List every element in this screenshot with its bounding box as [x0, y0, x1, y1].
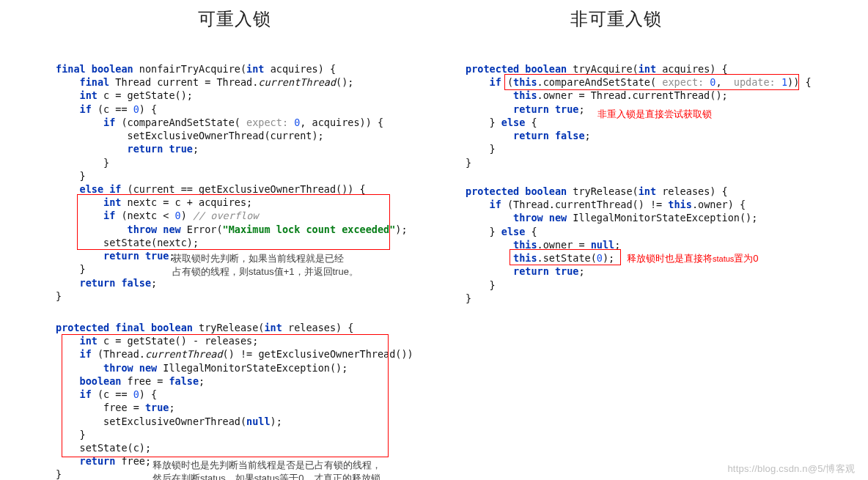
annot-left-release-l2: 然后在判断status。如果status等于0，才真正的释放锁 [152, 473, 380, 480]
code-right-release: protected boolean tryRelease(int release… [466, 185, 757, 305]
annot-left-release: 释放锁时也是先判断当前线程是否是已占有锁的线程， 然后在判断status。如果s… [152, 459, 381, 480]
annot-right-release-suffix: 置为0 [734, 253, 758, 264]
annot-left-acquire: 获取锁时先判断，如果当前线程就是已经 占有锁的线程，则status值+1，并返回… [172, 252, 358, 278]
annot-right-release: 释放锁时也是直接将status置为0 [627, 252, 759, 265]
watermark: https://blog.csdn.n@5/博客观 [727, 462, 855, 476]
heading-reentrant: 可重入锁 [147, 7, 323, 31]
heading-nonreentrant: 非可重入锁 [528, 7, 704, 31]
annot-left-acquire-l2: 占有锁的线程，则status值+1，并返回true。 [172, 266, 358, 277]
annot-left-acquire-l1: 获取锁时先判断，如果当前线程就是已经 [172, 253, 344, 264]
annot-right-acquire: 非重入锁是直接尝试获取锁 [597, 108, 712, 121]
annot-right-release-prefix: 释放锁时也是直接将 [627, 253, 713, 264]
code-left-release: protected final boolean tryRelease(int r… [56, 321, 413, 480]
annot-left-release-l1: 释放锁时也是先判断当前线程是否是已占有锁的线程， [152, 459, 381, 470]
